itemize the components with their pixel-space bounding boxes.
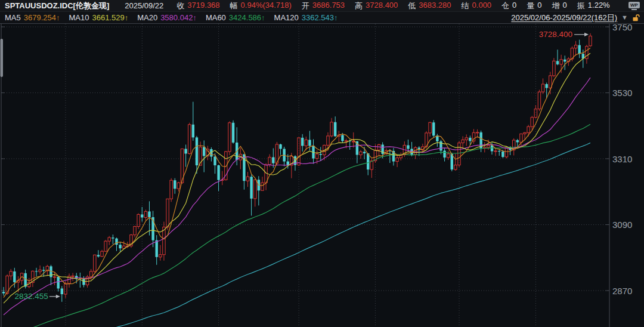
candle-down [217, 165, 219, 180]
candle-down [272, 157, 274, 163]
candle-down [341, 135, 343, 141]
quote-field-高: 高3728.400 [355, 1, 398, 11]
candle-down [156, 240, 158, 257]
candle-up [137, 214, 140, 226]
ma-value-ma10: MA103661.529↑ [69, 13, 128, 22]
candle-up [89, 272, 92, 277]
candle-up [188, 125, 191, 154]
instrument-title: SPTAUUSDOZ.IDC[伦敦金现] [5, 1, 109, 11]
candle-up [520, 134, 522, 142]
quote-field-低: 低3683.280 [408, 1, 451, 11]
candle-up [261, 183, 264, 190]
ma-values: MA53679.254↑MA103661.529↑MA203580.042↑MA… [5, 13, 338, 22]
ma-value-ma5: MA53679.254↑ [5, 13, 60, 22]
ma120-line [4, 143, 590, 327]
candle-down [112, 237, 114, 239]
ma-value-ma20: MA203580.042↑ [137, 13, 197, 22]
candle-up [268, 157, 271, 165]
candle-up [163, 227, 165, 255]
candle-down [250, 177, 252, 199]
quote-field-幅: 幅0.94%(34.718) [230, 1, 292, 11]
candle-up [447, 154, 449, 158]
candle-up [10, 272, 12, 276]
candle-up [524, 132, 526, 134]
candle-up [553, 61, 555, 76]
candle-up [549, 76, 552, 88]
low-price-label: 2832.455 [14, 292, 48, 301]
candle-down [192, 125, 194, 138]
candle-up [454, 165, 457, 170]
quote-bar: SPTAUUSDOZ.IDC[伦敦金现] 2025/09/22 收3719.36… [0, 0, 644, 12]
chevron-down-icon[interactable]: ▼ [621, 14, 628, 21]
candle-up [527, 127, 530, 132]
wp-icon-label: WP [628, 2, 640, 8]
y-axis-label: 2870 [612, 286, 632, 296]
candle-down [148, 211, 150, 217]
ma-value-ma120: MA1203362.543↑ [274, 13, 338, 22]
candle-up [134, 227, 136, 235]
candle-up [429, 122, 431, 133]
candle-up [305, 140, 307, 146]
candle-down [57, 277, 59, 289]
candle-down [61, 288, 63, 294]
candle-up [345, 141, 347, 141]
candle-up [246, 177, 249, 181]
left-scrollbar-handle[interactable] [1, 39, 4, 77]
candlestick-chart[interactable]: 375035303310309028703728.4002832.455 [0, 24, 644, 327]
low-arrow-head [56, 295, 60, 298]
quote-fields: 收3719.368幅0.94%(34.718)开3686.753高3728.40… [177, 1, 609, 11]
candle-down [24, 273, 26, 287]
candle-down [516, 140, 519, 143]
candle-up [370, 161, 373, 170]
candle-down [320, 154, 322, 155]
candle-up [330, 122, 333, 136]
quote-field-收: 收3719.368 [177, 1, 219, 11]
wp-monitor-icon[interactable]: WP [628, 2, 640, 10]
range-selector[interactable]: 2025/02/06-2025/09/22(162日) ▼ [511, 13, 640, 23]
candle-up [574, 45, 577, 48]
ma-value-ma60: MA603424.586↑ [206, 13, 265, 22]
candle-up [505, 147, 507, 157]
candle-down [115, 239, 117, 245]
candle-up [94, 255, 96, 272]
y-axis-label: 3310 [612, 154, 632, 164]
candle-up [531, 118, 533, 127]
candle-up [104, 241, 107, 251]
candle-down [308, 140, 311, 146]
quote-field-开: 开3686.753 [302, 1, 345, 11]
ma-bar: MA53679.254↑MA103661.529↑MA203580.042↑MA… [0, 12, 644, 24]
candle-down [367, 153, 369, 169]
high-price-label: 3728.400 [539, 30, 572, 39]
candle-down [119, 245, 121, 248]
candle-down [443, 150, 445, 158]
candle-down [279, 144, 281, 149]
candle-down [407, 145, 409, 149]
y-axis-label: 3750 [612, 24, 632, 32]
candle-up [494, 151, 497, 152]
candle-down [363, 152, 366, 153]
y-axis-label: 3530 [612, 88, 632, 98]
candle-up [462, 140, 464, 143]
candle-down [196, 137, 198, 165]
candle-up [166, 199, 169, 227]
trading-terminal: SPTAUUSDOZ.IDC[伦敦金现] 2025/09/22 收3719.36… [0, 0, 644, 327]
high-arrow-head [584, 33, 589, 36]
chart-area: 375035303310309028703728.4002832.455 [0, 24, 644, 327]
candle-down [203, 147, 205, 156]
candle-up [108, 237, 110, 241]
candle-down [564, 60, 566, 62]
candle-down [42, 270, 45, 271]
candle-up [170, 180, 172, 199]
candle-up [560, 60, 562, 64]
candle-up [177, 183, 179, 189]
candle-up [327, 136, 329, 146]
candle-up [476, 132, 478, 133]
unlock-icon[interactable] [632, 14, 640, 22]
quote-field-增: 增0 [552, 1, 567, 11]
candle-down [174, 180, 176, 189]
candle-down [432, 122, 435, 135]
candle-up [487, 145, 490, 147]
candle-up [39, 270, 41, 272]
candle-up [377, 144, 380, 150]
date-range-label[interactable]: 2025/02/06-2025/09/22(162日) [511, 13, 617, 23]
